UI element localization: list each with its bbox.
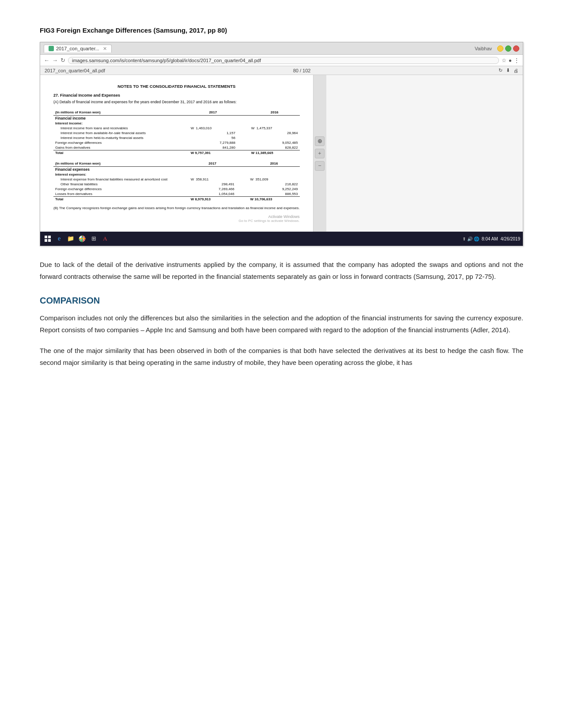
activate-windows-subtext: Go to PC settings to activate Windows.	[53, 219, 300, 223]
pdf-section: 27. Financial Income and Expenses	[53, 93, 300, 98]
pdf-content: NOTES TO THE CONSOLIDATED FINANCIAL STAT…	[53, 84, 300, 223]
svg-rect-1	[48, 236, 51, 238]
address-bar: ← → ↻ images.samsung.com/is/content/sams…	[40, 55, 523, 66]
toolbar-refresh-icon[interactable]: ↻	[499, 68, 503, 73]
reload-button[interactable]: ↻	[60, 57, 65, 64]
income-row-1: Interest income from available-for-sale …	[53, 131, 300, 135]
window-title: Vaibhav	[475, 46, 492, 51]
svg-rect-0	[45, 236, 47, 238]
browser-side-panel: ⊕ + −	[313, 75, 326, 232]
tab-close-icon[interactable]: ✕	[103, 46, 107, 52]
taskbar: e 📁 ⊞ A ⬆ 🔊 🌐 8:04 AM 4/26/201	[40, 232, 523, 246]
page-content: FIG3 Foreign Exchange Differences (Samsu…	[0, 0, 563, 404]
col-label-header: (In millions of Korean won)	[53, 109, 189, 116]
svg-rect-2	[45, 239, 47, 242]
activate-windows-text: Activate Windows	[53, 214, 300, 219]
tab-icon	[49, 46, 54, 51]
forward-button[interactable]: →	[52, 57, 58, 64]
fig-caption: FIG3 Foreign Exchange Differences (Samsu…	[40, 26, 523, 34]
exp-col-2017-header: 2017	[189, 161, 236, 167]
window-controls: Vaibhav	[475, 45, 519, 52]
browser-content-wrapper: NOTES TO THE CONSOLIDATED FINANCIAL STAT…	[40, 75, 523, 232]
toolbar-page-info: 80 / 102	[293, 68, 311, 73]
income-row-0: Interest income from loans and receivabl…	[53, 126, 300, 131]
acrobat-icon[interactable]: A	[100, 234, 110, 244]
tab-label: 2017_con_quarter...	[56, 46, 99, 51]
minimize-button[interactable]	[497, 45, 503, 52]
financial-expenses-table: (In millions of Korean won) 2017 2016 Fi…	[53, 161, 300, 202]
comparison-heading: COMPARISON	[40, 296, 523, 306]
toolbar-download-icon[interactable]: ⬇	[506, 68, 510, 73]
pdf-title: NOTES TO THE CONSOLIDATED FINANCIAL STAT…	[53, 84, 300, 89]
activate-windows-overlay: Activate Windows Go to PC settings to ac…	[53, 214, 300, 223]
exp-col-2016-header: 2016	[249, 161, 300, 167]
col-2016-header: 2016	[249, 109, 300, 116]
paragraph-3: The one of the major similarity that has…	[40, 345, 523, 368]
pdf-subsection-a: (A) Details of financial income and expe…	[53, 100, 300, 104]
income-total-row: Total W 9,757,391 W 11,385,665	[53, 150, 300, 156]
paragraph-2: Comparison includes not only the differe…	[40, 312, 523, 336]
browser-content: NOTES TO THE CONSOLIDATED FINANCIAL STAT…	[40, 75, 313, 232]
tablet-icon[interactable]: ⊞	[89, 234, 98, 244]
pdf-note-b: (B) The Company recognizes foreign excha…	[53, 206, 300, 210]
income-row-4: Gains from derivatives 841,280 828,822	[53, 145, 300, 150]
financial-income-table: (In millions of Korean won) 2017 2016 Fi…	[53, 109, 300, 155]
exp-col-label-header: (In millions of Korean won)	[53, 161, 189, 167]
edge-icon[interactable]: e	[54, 234, 64, 244]
interest-expense-heading: Interest expenses:	[53, 172, 189, 177]
taskbar-time: 8:04 AM	[482, 236, 498, 241]
expense-row-3: Losses from derivatives 1,054,046 886,55…	[53, 191, 300, 197]
financial-income-heading: Financial income	[53, 116, 189, 121]
url-bar[interactable]: images.samsung.com/is/content/samsung/p5…	[68, 57, 499, 64]
paragraph-1: Due to lack of the detail of the derivat…	[40, 259, 523, 282]
expense-row-2: Foreign exchange differences 7,269,466 9…	[53, 187, 300, 191]
chrome-icon[interactable]	[77, 234, 87, 244]
address-bar-icons: ☆ ● ⋮	[502, 57, 519, 64]
menu-icon[interactable]: ⋮	[514, 57, 519, 64]
browser-toolbar: 2017_con_quarter04_all.pdf 80 / 102 ↻ ⬇ …	[40, 66, 523, 75]
income-row-2: Interest income from held-to-maturity fi…	[53, 135, 300, 140]
svg-rect-3	[48, 239, 51, 242]
expense-total-row: Total W 8,979,913 W 10,706,633	[53, 197, 300, 202]
side-zoom-in[interactable]: ⊕	[315, 136, 325, 146]
start-icon[interactable]	[43, 234, 53, 244]
expense-row-0: Interest expense from financial liabilit…	[53, 177, 300, 182]
bookmark-icon[interactable]: ☆	[502, 57, 506, 64]
toolbar-filename: 2017_con_quarter04_all.pdf	[45, 68, 105, 73]
taskbar-right: ⬆ 🔊 🌐 8:04 AM 4/26/2019	[462, 236, 520, 241]
taskbar-left: e 📁 ⊞ A	[43, 234, 110, 244]
side-zoom-out[interactable]: −	[315, 161, 325, 171]
financial-expenses-heading: Financial expenses	[53, 167, 189, 173]
col-2017-header: 2017	[189, 109, 237, 116]
browser-tab[interactable]: 2017_con_quarter... ✕	[44, 45, 112, 53]
expense-row-1: Other financial liabilities 298,491 216,…	[53, 182, 300, 187]
toolbar-right-icons: ↻ ⬇ 🖨	[499, 68, 518, 73]
income-row-3: Foreign exchange differences 7,279,888 9…	[53, 140, 300, 145]
taskbar-date: 4/26/2019	[501, 236, 521, 241]
close-button[interactable]	[513, 45, 519, 52]
browser-window: 2017_con_quarter... ✕ Vaibhav ← → ↻ imag…	[40, 42, 523, 246]
browser-titlebar: 2017_con_quarter... ✕ Vaibhav	[40, 42, 523, 55]
maximize-button[interactable]	[505, 45, 511, 52]
interest-income-heading: Interest income:	[53, 121, 189, 126]
toolbar-print-icon[interactable]: 🖨	[514, 68, 518, 73]
folder-icon[interactable]: 📁	[66, 234, 76, 244]
account-icon[interactable]: ●	[509, 57, 512, 64]
side-zoom-add[interactable]: +	[315, 149, 325, 158]
system-tray-icons: ⬆ 🔊 🌐	[462, 236, 479, 241]
back-button[interactable]: ←	[44, 57, 49, 64]
